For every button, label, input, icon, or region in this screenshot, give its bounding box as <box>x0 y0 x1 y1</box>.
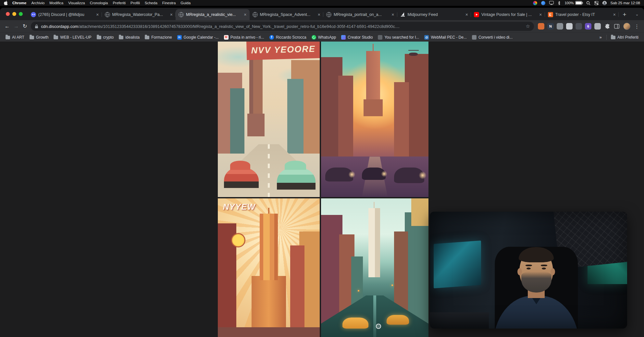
poster-top-left: NVV YEOORE <box>218 42 320 197</box>
bookmark-label: WhatsApp <box>318 35 336 40</box>
menubar-menu-cronologia[interactable]: Cronologia <box>90 1 108 5</box>
tab-close-icon[interactable]: × <box>96 12 99 17</box>
gcal-icon: 31 <box>177 35 182 40</box>
lock-icon[interactable] <box>35 24 38 29</box>
vintage-car-illustration <box>277 168 316 188</box>
back-button[interactable]: ← <box>5 24 10 29</box>
menubar-menu-preferiti[interactable]: Preferiti <box>113 1 126 5</box>
presenter-eyebrow <box>526 265 532 266</box>
extension-n[interactable]: N <box>547 23 554 30</box>
bookmark-star-icon[interactable]: ☆ <box>526 23 530 29</box>
bookmark-item[interactable]: You searched for I... <box>376 34 421 41</box>
menubar-menu-chrome[interactable]: Chrome <box>12 1 26 5</box>
reload-button[interactable]: ↻ <box>23 24 27 29</box>
whatsapp-icon <box>312 35 316 40</box>
display-icon[interactable] <box>549 1 554 5</box>
discord-favicon <box>31 12 36 17</box>
profile-avatar[interactable] <box>623 23 630 30</box>
colorwheel-icon[interactable] <box>533 1 537 5</box>
bookmark-label: Riccardo Scrocca <box>276 35 306 40</box>
bookmark-item[interactable]: M Posta in arrivo - ri... <box>222 34 266 41</box>
zoom-window-button[interactable] <box>19 12 23 16</box>
tab-close-icon[interactable]: × <box>539 12 542 17</box>
globe-favicon <box>326 12 331 17</box>
globe-favicon <box>179 12 184 17</box>
bookmark-item[interactable]: WEB - LEVEL-UP <box>51 34 93 41</box>
browser-tab[interactable]: MRregista_portrait_on_a... × <box>323 9 397 20</box>
tab-search-chevron-icon[interactable]: ⌄ <box>635 12 639 17</box>
building-illustration <box>230 88 244 154</box>
address-bar[interactable]: cdn.discordapp.com/attachments/101351233… <box>31 22 534 31</box>
browser-tab[interactable]: (2765) Discord | @Midjou × <box>28 9 102 20</box>
helicopter-illustration <box>409 53 417 56</box>
close-window-button[interactable] <box>6 12 10 16</box>
browser-tab[interactable]: MRregista_Watercolor_Pa... × <box>102 9 176 20</box>
bookmark-item[interactable]: Formazione <box>142 34 174 41</box>
bookmark-label: crypto <box>103 35 114 40</box>
facebook-icon: f <box>269 35 274 40</box>
tab-close-icon[interactable]: × <box>465 12 468 17</box>
spotlight-icon[interactable] <box>586 1 590 5</box>
tab-close-icon[interactable]: × <box>170 12 173 17</box>
extension-gray[interactable] <box>557 23 563 30</box>
menubar-menu-modifica[interactable]: Modifica <box>49 1 63 5</box>
menubar-menu-profili[interactable]: Profili <box>130 1 140 5</box>
bluetooth-icon[interactable] <box>558 1 561 5</box>
apple-menu-icon[interactable] <box>4 1 8 5</box>
bookmark-item[interactable]: Growth <box>27 34 51 41</box>
side-panel-icon[interactable] <box>614 24 619 29</box>
poster-top-right <box>321 42 428 197</box>
forward-button[interactable]: → <box>14 24 19 29</box>
menubar-menu-scheda[interactable]: Scheda <box>145 1 157 5</box>
bookmark-item[interactable]: AI ART <box>3 34 27 41</box>
extensions-puzzle-icon[interactable] <box>605 24 610 29</box>
bookmark-item[interactable]: Converti i video di... <box>470 34 515 41</box>
browser-tab[interactable]: Vintage Posters for Sale | ... × <box>471 9 545 20</box>
bookmark-item[interactable]: @ WebMail PEC - De... <box>422 34 469 41</box>
extension-light[interactable] <box>566 23 573 30</box>
browser-tab[interactable]: Midjourney Feed × <box>397 9 471 20</box>
bookmark-item[interactable]: Creator Studio <box>339 34 375 41</box>
bookmark-item[interactable]: WhatsApp <box>309 34 338 41</box>
extension-grid[interactable] <box>594 23 601 30</box>
bookmarks-list: AI ART Growth WEB - LEVEL-UP crypto idea… <box>3 34 597 41</box>
browser-tab[interactable]: E Travel poster - Etsy IT × <box>545 9 619 20</box>
new-tab-button[interactable]: + <box>620 10 629 19</box>
extension-dark[interactable] <box>576 23 582 30</box>
tab-close-icon[interactable]: × <box>244 12 246 17</box>
tab-close-icon[interactable]: × <box>613 12 616 17</box>
bookmark-item[interactable]: f Riccardo Scrocca <box>267 34 309 41</box>
browser-tab[interactable]: MRregista_a_realistic_vie... × <box>176 9 250 20</box>
extension-purple[interactable]: 6 <box>585 23 591 30</box>
bookmark-item[interactable]: 31 Google Calendar -... <box>175 34 221 41</box>
menubar-menu-archivio[interactable]: Archivio <box>31 1 44 5</box>
extension-orange[interactable] <box>538 23 544 30</box>
presenter-eye <box>542 268 546 269</box>
tab-close-icon[interactable]: × <box>391 12 394 17</box>
menubar-menu-guida[interactable]: Guida <box>180 1 191 5</box>
bookmarks-overflow-chevron[interactable]: » <box>597 35 604 40</box>
tab-close-icon[interactable]: × <box>318 12 320 17</box>
bookmark-item[interactable]: idealista <box>117 34 142 41</box>
menubar-menu-visualizza[interactable]: Visualizza <box>68 1 85 5</box>
battery-percent: 100% <box>564 1 574 5</box>
status-app-icon[interactable] <box>541 1 545 5</box>
car-illustration <box>325 168 353 181</box>
browser-tab[interactable]: MRregista_Space_Advent... × <box>250 9 324 20</box>
folder-icon <box>6 36 10 39</box>
tab-label: MRregista_Watercolor_Pa... <box>112 12 168 17</box>
user-icon[interactable] <box>602 1 607 5</box>
menubar-menu-finestra[interactable]: Finestra <box>162 1 176 5</box>
gmail-icon: M <box>224 35 229 40</box>
minimize-window-button[interactable] <box>12 12 16 16</box>
bookmark-item[interactable]: crypto <box>94 34 116 41</box>
car-illustration <box>362 168 386 180</box>
menubar-clock[interactable]: Sab 25 mar 12:08 <box>611 1 640 5</box>
tab-list: (2765) Discord | @Midjou × MRregista_Wat… <box>28 9 619 20</box>
control-center-icon[interactable] <box>594 1 599 5</box>
bookmark-altri-preferiti[interactable]: Altri Preferiti <box>609 34 641 41</box>
bookmark-label: Posta in arrivo - ri... <box>230 35 264 40</box>
bookmark-label: WEB - LEVEL-UP <box>60 35 91 40</box>
browser-menu-icon[interactable]: ⋮ <box>634 23 639 30</box>
toolbar: ← → ↻ cdn.discordapp.com/attachments/101… <box>0 20 644 32</box>
